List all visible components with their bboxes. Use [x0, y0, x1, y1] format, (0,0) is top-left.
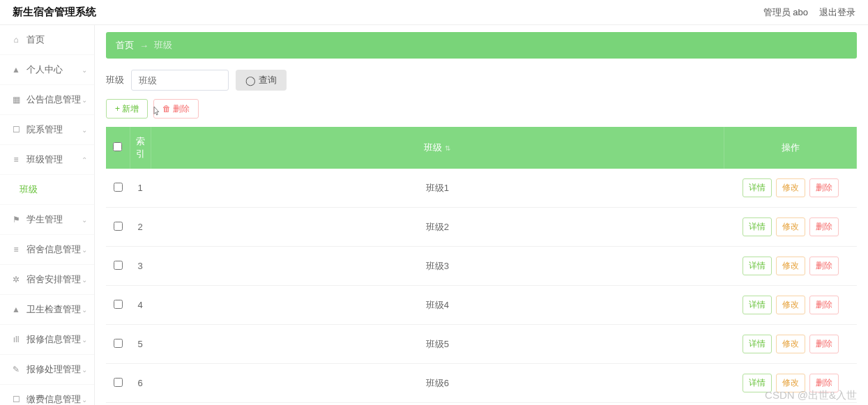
admin-label[interactable]: 管理员 abo: [763, 6, 808, 19]
search-row: 班级 ◯ 查询: [106, 70, 857, 91]
detail-button[interactable]: 详情: [743, 257, 772, 275]
delete-icon: 🗑: [162, 104, 171, 114]
table-row: 2 班级2 详情 修改 删除: [106, 208, 857, 247]
menu-icon: ≡: [11, 155, 21, 165]
menu-icon: ▦: [11, 95, 21, 105]
sidebar-item-2[interactable]: ▦公告信息管理⌄: [0, 85, 94, 115]
edit-button[interactable]: 修改: [776, 335, 805, 353]
chevron-down-icon: ⌄: [82, 126, 87, 134]
select-all-checkbox[interactable]: [113, 142, 122, 151]
header-right: 管理员 abo 退出登录: [763, 6, 855, 19]
menu-icon: ☐: [11, 395, 21, 404]
row-delete-button[interactable]: 删除: [809, 257, 839, 275]
menu-icon: ✎: [11, 365, 21, 374]
sidebar-item-1[interactable]: ▲个人中心⌄: [0, 55, 94, 85]
sort-icon: ⇅: [445, 144, 450, 152]
sidebar-item-8[interactable]: ▲卫生检查管理⌄: [0, 295, 94, 325]
th-class[interactable]: 班级 ⇅: [151, 127, 724, 169]
menu-icon: ⌂: [11, 35, 21, 45]
breadcrumb-sep: →: [139, 40, 149, 51]
menu-label: 报修信息管理: [26, 333, 81, 346]
chevron-down-icon: ⌄: [82, 366, 87, 374]
menu-label: 首页: [26, 33, 45, 46]
row-index: 3: [130, 247, 151, 286]
menu-icon: ▲: [11, 65, 21, 75]
row-checkbox[interactable]: [114, 378, 123, 387]
menu-icon: ▲: [11, 305, 21, 314]
sidebar-item-0[interactable]: ⌂首页: [0, 25, 94, 55]
breadcrumb: 首页 → 班级: [106, 32, 857, 59]
sidebar-item-11[interactable]: ☐缴费信息管理⌄: [0, 385, 94, 405]
row-index: 5: [130, 325, 151, 364]
row-class: 班级5: [151, 325, 724, 364]
row-checkbox[interactable]: [114, 183, 123, 192]
detail-button[interactable]: 详情: [743, 296, 772, 314]
th-checkbox: [106, 127, 130, 169]
detail-button[interactable]: 详情: [743, 335, 772, 353]
breadcrumb-home[interactable]: 首页: [116, 39, 134, 52]
detail-button[interactable]: 详情: [743, 178, 772, 197]
detail-button[interactable]: 详情: [743, 217, 772, 236]
search-label: 班级: [106, 74, 124, 86]
main-content: 首页 → 班级 班级 ◯ 查询 + 新增 🗑 删除: [95, 25, 868, 405]
row-index: 2: [130, 208, 151, 247]
chevron-down-icon: ⌄: [82, 306, 87, 314]
chevron-down-icon: ⌄: [82, 336, 87, 344]
row-class: 班级3: [151, 247, 724, 286]
sidebar-item-3[interactable]: ☐院系管理⌄: [0, 115, 94, 145]
sidebar-item-6[interactable]: ≡宿舍信息管理⌄: [0, 235, 94, 265]
sidebar-item-7[interactable]: ✲宿舍安排管理⌄: [0, 265, 94, 295]
row-actions: 详情 修改 删除: [730, 296, 851, 314]
add-button[interactable]: + 新增: [106, 99, 148, 119]
menu-label: 公告信息管理: [26, 93, 81, 106]
table-row: 3 班级3 详情 修改 删除: [106, 247, 857, 286]
row-class: 班级1: [151, 169, 724, 208]
edit-button[interactable]: 修改: [776, 296, 805, 314]
search-button[interactable]: ◯ 查询: [236, 70, 287, 91]
search-input[interactable]: [131, 70, 229, 91]
search-icon: ◯: [245, 75, 256, 86]
row-checkbox[interactable]: [114, 339, 123, 348]
menu-icon: ☐: [11, 125, 21, 135]
menu-icon: ✲: [11, 275, 21, 284]
row-delete-button[interactable]: 删除: [809, 178, 839, 197]
sidebar-subitem[interactable]: 班级: [0, 175, 94, 205]
row-checkbox[interactable]: [114, 222, 123, 231]
sidebar-item-9[interactable]: ıll报修信息管理⌄: [0, 325, 94, 355]
data-table: 索引 班级 ⇅ 操作 1 班级1 详情 修改 删除 2 班级2 详情 修改 删除…: [106, 127, 857, 403]
row-delete-button[interactable]: 删除: [809, 296, 839, 314]
row-actions: 详情 修改 删除: [730, 217, 851, 236]
menu-icon: ⚑: [11, 215, 21, 224]
row-checkbox[interactable]: [114, 300, 123, 309]
row-checkbox[interactable]: [114, 261, 123, 270]
menu-label: 宿舍安排管理: [26, 273, 81, 286]
table-row: 1 班级1 详情 修改 删除: [106, 169, 857, 208]
row-delete-button[interactable]: 删除: [809, 335, 839, 353]
sidebar-item-4[interactable]: ≡班级管理⌃: [0, 145, 94, 175]
sidebar-item-5[interactable]: ⚑学生管理⌄: [0, 205, 94, 235]
breadcrumb-current: 班级: [154, 39, 172, 52]
menu-icon: ıll: [11, 335, 21, 344]
edit-button[interactable]: 修改: [776, 178, 805, 197]
chevron-down-icon: ⌃: [82, 156, 87, 164]
app-title: 新生宿舍管理系统: [13, 6, 96, 19]
batch-delete-button[interactable]: 🗑 删除: [153, 99, 199, 119]
menu-label: 卫生检查管理: [26, 303, 81, 316]
edit-button[interactable]: 修改: [776, 257, 805, 275]
menu-label: 院系管理: [26, 123, 63, 136]
delete-button-label: 删除: [173, 103, 190, 115]
row-index: 1: [130, 169, 151, 208]
search-button-label: 查询: [259, 74, 277, 86]
sidebar-item-10[interactable]: ✎报修处理管理⌄: [0, 355, 94, 385]
row-class: 班级6: [151, 364, 724, 403]
th-ops: 操作: [724, 127, 857, 169]
edit-button[interactable]: 修改: [776, 217, 805, 236]
logout-link[interactable]: 退出登录: [819, 6, 855, 19]
watermark: CSDN @出世&入世: [765, 389, 857, 402]
row-delete-button[interactable]: 删除: [809, 217, 839, 236]
table-row: 4 班级4 详情 修改 删除: [106, 286, 857, 325]
sidebar: ⌂首页▲个人中心⌄▦公告信息管理⌄☐院系管理⌄≡班级管理⌃班级⚑学生管理⌄≡宿舍…: [0, 25, 95, 405]
menu-label: 个人中心: [26, 63, 63, 76]
menu-label: 学生管理: [26, 213, 63, 226]
add-button-label: 新增: [122, 103, 139, 115]
